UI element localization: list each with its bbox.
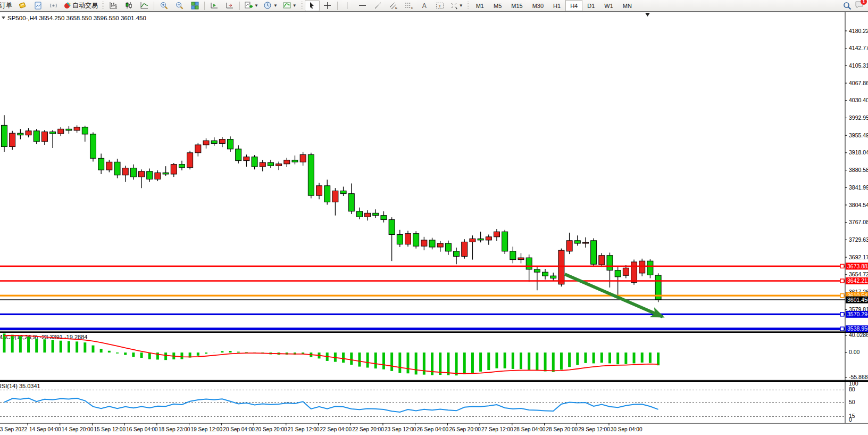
time-axis-label[interactable]: 23 Sep 12:00 — [385, 426, 416, 432]
horizontal-price-line[interactable] — [0, 314, 845, 315]
price-axis-tick[interactable]: 4180.225 — [849, 28, 868, 34]
price-axis-tick[interactable]: 3880.585 — [849, 167, 868, 173]
macd-scale-label[interactable]: -55.8684 — [849, 374, 868, 380]
price-axis-tick[interactable]: 4067.860 — [849, 80, 868, 86]
text-label-tool[interactable]: T — [432, 0, 447, 11]
timeframe-D1[interactable]: D1 — [582, 0, 599, 11]
horizontal-price-line[interactable] — [0, 266, 845, 267]
horizontal-price-line[interactable] — [0, 327, 845, 330]
bar-chart-button[interactable] — [106, 0, 121, 11]
timeframe-M30[interactable]: M30 — [528, 0, 548, 11]
time-axis-label[interactable]: 29 Sep 12:00 — [578, 426, 610, 432]
line-handle[interactable] — [840, 327, 844, 331]
macd-scale-label[interactable]: 40.0286 — [849, 332, 868, 338]
line-handle[interactable] — [840, 279, 844, 283]
time-axis-label[interactable]: 20 Sep 04:00 — [223, 426, 255, 432]
timeframe-H1[interactable]: H1 — [548, 0, 565, 11]
toolbar-gripper[interactable] — [301, 2, 303, 10]
price-axis-tick[interactable]: 3841.995 — [849, 184, 868, 191]
time-axis-label[interactable]: 13 Sep 2022 — [0, 426, 27, 432]
horizontal-price-line[interactable] — [0, 295, 845, 297]
text-tool[interactable]: A — [417, 0, 432, 11]
chart-area[interactable]: SP500-,H4 3654.250 3658.550 3596.550 360… — [0, 12, 868, 435]
auto-scroll-button[interactable] — [207, 0, 222, 11]
indicators-button[interactable]: ▼ — [280, 0, 299, 11]
time-axis-label[interactable]: 18 Sep 23:00 — [158, 426, 190, 432]
signals-button[interactable] — [46, 0, 61, 11]
time-axis-label[interactable]: 26 Sep 04:00 — [417, 426, 449, 432]
line-chart-button[interactable] — [137, 0, 152, 11]
time-axis-label[interactable]: 28 Sep 20:00 — [546, 426, 578, 432]
rsi-scale-label[interactable]: 50 — [849, 399, 855, 405]
line-handle[interactable] — [840, 264, 844, 268]
cursor-tool-button[interactable] — [305, 0, 320, 11]
horizontal-line-tool[interactable] — [355, 0, 370, 11]
horizontal-price-line[interactable] — [0, 299, 845, 300]
time-axis-label[interactable]: 28 Sep 04:00 — [514, 426, 546, 432]
timeframe-M1[interactable]: M1 — [471, 0, 489, 11]
rsi-scale-label[interactable]: 80 — [849, 386, 855, 392]
time-axis-label[interactable]: 22 Sep 20:00 — [352, 426, 384, 432]
time-axis-label[interactable]: 26 Sep 20:00 — [449, 426, 481, 432]
arrows-tool[interactable]: ▼ — [448, 0, 465, 11]
timeframe-W1[interactable]: W1 — [599, 0, 618, 11]
orders-button[interactable]: 订单 — [0, 0, 14, 11]
price-axis-tick[interactable]: 3955.495 — [849, 132, 868, 138]
candle — [478, 239, 483, 240]
vertical-line-tool[interactable] — [340, 0, 355, 11]
zoom-out-button[interactable] — [172, 0, 187, 11]
horizontal-price-line[interactable] — [0, 280, 845, 282]
zoom-in-button[interactable] — [156, 0, 171, 11]
search-icon[interactable] — [843, 2, 852, 10]
price-axis-tick[interactable]: 3804.540 — [849, 202, 868, 208]
price-axis-tick[interactable]: 3918.040 — [849, 149, 868, 155]
price-axis-tick[interactable]: 3992.950 — [849, 114, 868, 121]
macd-scale-label[interactable]: 0.00 — [849, 349, 860, 355]
crosshair-tool-button[interactable] — [320, 0, 335, 11]
candlestick-chart-button[interactable] — [121, 0, 136, 11]
profiles-button[interactable]: ▼ — [261, 0, 280, 11]
channel-tool[interactable]: E — [386, 0, 401, 11]
rsi-scale-label[interactable]: 100 — [849, 380, 858, 387]
text-tool-icon: A — [422, 2, 427, 10]
fibonacci-tool[interactable]: F — [402, 0, 416, 11]
line-handle[interactable] — [840, 313, 844, 316]
time-axis-label[interactable]: 15 Sep 12:00 — [94, 426, 126, 432]
time-axis-label[interactable]: 16 Sep 04:00 — [126, 426, 158, 432]
time-axis-label[interactable]: 19 Sep 12:00 — [191, 426, 223, 432]
candle — [429, 240, 435, 247]
candle — [284, 160, 290, 164]
price-axis-tick[interactable]: 4105.315 — [849, 62, 868, 69]
toolbar-gripper[interactable] — [468, 2, 469, 10]
rsi-scale-label[interactable]: 0 — [849, 416, 852, 423]
candle — [26, 131, 31, 135]
time-axis-label[interactable]: 21 Sep 12:00 — [288, 426, 320, 432]
timeframe-M5[interactable]: M5 — [489, 0, 506, 11]
market-watch-button[interactable] — [30, 0, 45, 11]
chat-button[interactable]: 1 — [855, 1, 864, 11]
price-axis-tick[interactable]: 3654.720 — [849, 271, 868, 277]
tile-windows-button[interactable] — [187, 0, 202, 11]
price-axis-tick[interactable]: 3767.085 — [849, 219, 868, 225]
line-handle[interactable] — [840, 294, 844, 298]
trendline-tool[interactable] — [371, 0, 386, 11]
price-axis-tick[interactable]: 4030.405 — [849, 97, 868, 103]
auto-trading-button[interactable]: 自动交易 — [61, 0, 100, 11]
timeframe-M15[interactable]: M15 — [506, 0, 527, 11]
new-chart-button[interactable]: ▼ — [242, 0, 261, 11]
new-order-button[interactable] — [15, 0, 30, 11]
price-axis-tick[interactable]: 4142.770 — [849, 45, 868, 51]
time-axis-label[interactable]: 22 Sep 04:00 — [320, 426, 352, 432]
time-axis-label[interactable]: 30 Sep 04:00 — [611, 426, 642, 432]
toolbar-gripper[interactable] — [102, 2, 104, 10]
price-axis-tick[interactable]: 3729.630 — [849, 236, 868, 243]
time-axis-label[interactable]: 27 Sep 12:00 — [481, 426, 513, 432]
time-axis-label[interactable]: 14 Sep 04:00 — [29, 426, 61, 432]
candle — [106, 162, 112, 170]
price-axis-tick[interactable]: 3692.175 — [849, 254, 868, 260]
chart-shift-button[interactable] — [222, 0, 237, 11]
timeframe-H4[interactable]: H4 — [565, 0, 582, 11]
timeframe-MN[interactable]: MN — [618, 0, 637, 11]
time-axis-label[interactable]: 14 Sep 20:00 — [62, 426, 94, 432]
time-axis-label[interactable]: 20 Sep 20:00 — [255, 426, 287, 432]
